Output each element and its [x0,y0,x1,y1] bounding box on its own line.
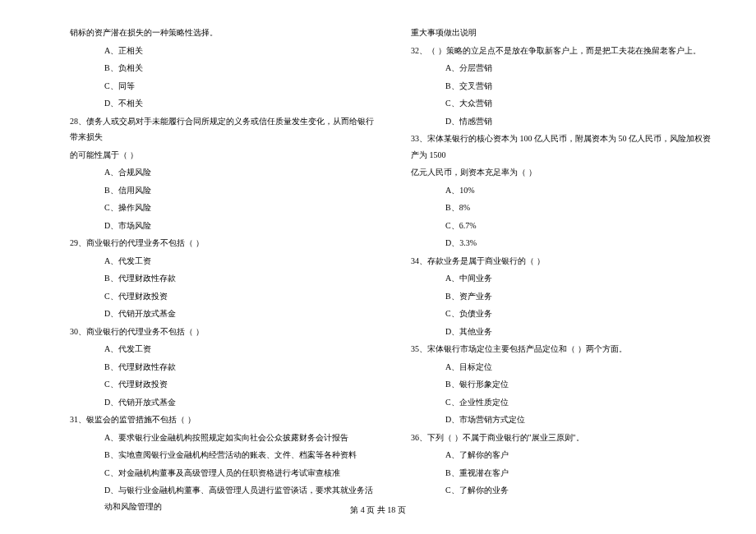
q34-option-b: B、资产业务 [411,288,715,305]
q28-option-b: B、信用风险 [70,182,374,199]
q33-option-d: D、3.3% [411,235,715,251]
q36-option-a: A、了解你的客户 [411,447,715,463]
q29-option-b: B、代理财政性存款 [70,270,374,287]
q32-option-a: A、分层营销 [411,60,715,76]
q31-option-a: A、要求银行业金融机构按照规定如实向社会公众披露财务会计报告 [70,430,374,446]
q33-option-b: B、8% [411,200,715,216]
q27-option-b: B、负相关 [70,60,374,76]
q32-option-d: D、情感营销 [411,113,715,130]
q29-option-d: D、代销开放式基金 [70,306,374,322]
q32-option-c: C、大众营销 [411,95,715,112]
q30-option-b: B、代理财政性存款 [70,359,374,375]
q28-text2: 的可能性属于（ ） [70,147,374,163]
q29-text: 29、商业银行的代理业务不包括（ ） [70,235,374,251]
q33-option-c: C、6.7% [411,218,715,234]
q28-option-c: C、操作风险 [70,200,374,216]
q34-option-d: D、其他业务 [411,324,715,340]
q28-text: 28、债务人或交易对手未能履行合同所规定的义务或信任质量发生变化，从而给银行带来… [70,113,374,145]
q32-option-b: B、交叉营销 [411,78,715,94]
q30-option-a: A、代发工资 [70,341,374,357]
q29-option-a: A、代发工资 [70,253,374,269]
q36-option-b: B、重视潜在客户 [411,465,715,481]
q34-option-c: C、负债业务 [411,306,715,322]
q30-text: 30、商业银行的代理业务不包括（ ） [70,324,374,340]
q34-text: 34、存款业务是属于商业银行的（ ） [411,253,715,269]
q33-option-a: A、10% [411,182,715,199]
q28-option-d: D、市场风险 [70,218,374,234]
q35-option-b: B、银行形象定位 [411,376,715,393]
q34-option-a: A、中间业务 [411,270,715,287]
q31-option-b: B、实地查阅银行业金融机构经营活动的账表、文件、档案等各种资料 [70,447,374,463]
q35-option-c: C、企业性质定位 [411,394,715,411]
q27-option-a: A、正相关 [70,43,374,59]
right-column: 重大事项做出说明 32、（ ）策略的立足点不是放在争取新客户上，而是把工夫花在挽… [411,25,715,516]
left-column: 销标的资产潜在损失的一种策略性选择。 A、正相关 B、负相关 C、同等 D、不相… [70,25,374,516]
q31-text: 31、银监会的监管措施不包括（ ） [70,412,374,428]
q33-text: 33、宋体某银行的核心资本为 100 亿人民币，附属资本为 50 亿人民币，风险… [411,131,715,163]
q28-option-a: A、合规风险 [70,164,374,181]
q35-text: 35、宋体银行市场定位主要包括产品定位和（ ）两个方面。 [411,341,715,357]
q35-option-a: A、目标定位 [411,359,715,375]
page-container: 销标的资产潜在损失的一种策略性选择。 A、正相关 B、负相关 C、同等 D、不相… [0,0,756,516]
q30-option-d: D、代销开放式基金 [70,394,374,411]
q33-text2: 亿元人民币，则资本充足率为（ ） [411,164,715,181]
q29-option-c: C、代理财政投资 [70,288,374,305]
q36-text: 36、下列（ ）不属于商业银行的"展业三原则"。 [411,430,715,446]
q30-option-c: C、代理财政投资 [70,376,374,393]
q32-text: 32、（ ）策略的立足点不是放在争取新客户上，而是把工夫花在挽留老客户上。 [411,43,715,59]
q31-cont: 重大事项做出说明 [411,25,715,41]
q35-option-d: D、市场营销方式定位 [411,412,715,428]
q36-option-c: C、了解你的业务 [411,482,715,499]
q27-intro: 销标的资产潜在损失的一种策略性选择。 [70,25,374,41]
page-footer: 第 4 页 共 18 页 [0,504,756,516]
q27-option-c: C、同等 [70,78,374,94]
q27-option-d: D、不相关 [70,95,374,112]
q31-option-c: C、对金融机构董事及高级管理人员的任职资格进行考试审查核准 [70,465,374,481]
